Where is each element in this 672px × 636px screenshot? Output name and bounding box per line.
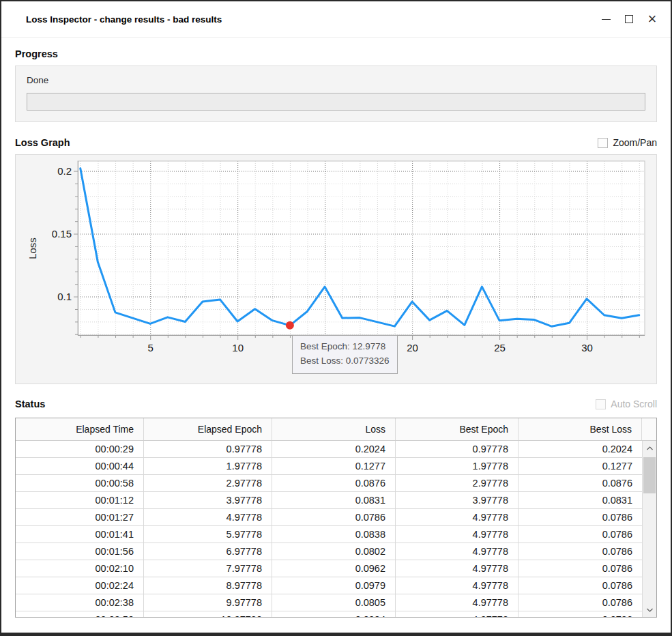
table-cell: 0.0831 (272, 492, 396, 508)
minimize-button[interactable] (594, 8, 617, 31)
scrollbar-thumb[interactable] (643, 457, 656, 493)
status-table-header: Elapsed Time Elapsed Epoch Loss Best Epo… (16, 418, 656, 441)
table-row[interactable]: 00:02:248.977780.09794.977780.0786 (16, 577, 642, 594)
table-cell: 0.2024 (518, 441, 642, 457)
progress-groupbox: Done (15, 66, 657, 122)
table-cell: 3.97778 (396, 492, 518, 508)
table-cell: 10.97780 (144, 611, 272, 617)
column-header-elapsed-epoch: Elapsed Epoch (144, 418, 272, 440)
column-header-loss: Loss (272, 418, 396, 440)
table-cell: 9.97778 (144, 594, 272, 611)
table-row[interactable]: 00:00:290.977780.20240.977780.2024 (16, 441, 642, 458)
table-row[interactable]: 00:02:5210.977800.09044.977780.0786 (16, 611, 642, 617)
title-bar: Loss Inspector - change results - bad re… (1, 1, 671, 38)
svg-text:10: 10 (232, 342, 244, 353)
table-cell: 1.97778 (396, 458, 518, 474)
table-cell: 6.97778 (144, 543, 272, 560)
table-cell: 2.97778 (396, 475, 518, 491)
table-cell: 5.97778 (144, 526, 272, 543)
table-cell: 00:02:38 (16, 594, 144, 611)
column-header-spacer (642, 418, 656, 440)
table-cell: 00:01:27 (16, 509, 144, 525)
table-cell: 0.0786 (518, 509, 642, 525)
status-table-body: 00:00:290.977780.20240.977780.202400:00:… (16, 441, 642, 617)
column-header-best-epoch: Best Epoch (396, 418, 518, 440)
table-cell: 00:00:44 (16, 458, 144, 474)
table-cell: 00:00:58 (16, 475, 144, 491)
table-cell: 00:01:41 (16, 526, 144, 543)
table-row[interactable]: 00:01:123.977780.08313.977780.0831 (16, 492, 642, 509)
chevron-up-icon (647, 446, 653, 450)
chevron-down-icon (647, 608, 653, 612)
table-cell: 4.97778 (396, 577, 518, 594)
table-cell: 00:02:24 (16, 577, 144, 594)
table-cell: 0.1277 (518, 458, 642, 474)
close-button[interactable]: × (641, 8, 664, 31)
auto-scroll-label: Auto Scroll (611, 399, 657, 409)
svg-text:Loss: Loss (27, 237, 38, 259)
table-cell: 2.97778 (144, 475, 272, 491)
table-scrollbar[interactable] (642, 441, 656, 617)
table-cell: 1.97778 (144, 458, 272, 474)
status-table: Elapsed Time Elapsed Epoch Loss Best Epo… (15, 418, 657, 618)
table-cell: 00:01:56 (16, 543, 144, 560)
table-cell: 00:02:52 (16, 611, 144, 617)
auto-scroll-checkbox[interactable] (596, 399, 606, 409)
table-row[interactable]: 00:02:389.977780.08054.977780.0786 (16, 594, 642, 611)
maximize-icon (625, 15, 633, 23)
table-cell: 0.1277 (272, 458, 396, 474)
table-cell: 0.0904 (272, 611, 396, 617)
table-cell: 8.97778 (144, 577, 272, 594)
table-cell: 0.0786 (518, 611, 642, 617)
table-row[interactable]: 00:01:566.977780.08024.977780.0786 (16, 543, 642, 560)
loss-chart-groupbox: 510152025300.10.150.2LossEpoch Best Epoc… (15, 154, 657, 384)
table-cell: 4.97778 (396, 526, 518, 543)
table-cell: 4.97778 (396, 509, 518, 525)
progress-heading: Progress (15, 48, 58, 59)
svg-text:5: 5 (148, 342, 154, 353)
table-cell: 00:01:12 (16, 492, 144, 508)
table-cell: 3.97778 (144, 492, 272, 508)
window-controls: × (594, 8, 664, 31)
table-cell: 0.0786 (518, 577, 642, 594)
window-title: Loss Inspector - change results - bad re… (26, 14, 222, 25)
table-cell: 4.97778 (396, 560, 518, 577)
best-point-tooltip: Best Epoch: 12.9778 Best Loss: 0.0773326 (292, 335, 398, 374)
table-cell: 0.0786 (272, 509, 396, 525)
table-row[interactable]: 00:00:582.977780.08762.977780.0876 (16, 475, 642, 492)
table-row[interactable]: 00:01:274.977780.07864.977780.0786 (16, 509, 642, 526)
table-cell: 0.0805 (272, 594, 396, 611)
svg-text:0.1: 0.1 (57, 291, 72, 302)
status-heading: Status (15, 399, 45, 409)
scroll-down-button[interactable] (643, 603, 656, 617)
zoom-pan-control: Zoom/Pan (598, 137, 657, 148)
table-row[interactable]: 00:01:415.977780.08384.977780.0786 (16, 526, 642, 543)
table-row[interactable]: 00:02:107.977780.09624.977780.0786 (16, 560, 642, 577)
table-cell: 4.97778 (396, 594, 518, 611)
svg-text:20: 20 (407, 342, 418, 353)
close-icon: × (648, 12, 657, 27)
table-cell: 0.0979 (272, 577, 396, 594)
table-cell: 0.0802 (272, 543, 396, 560)
column-header-best-loss: Best Loss (518, 418, 642, 440)
auto-scroll-control: Auto Scroll (596, 399, 657, 409)
table-cell: 0.2024 (272, 441, 396, 457)
table-cell: 0.0831 (518, 492, 642, 508)
table-cell: 0.0786 (518, 594, 642, 611)
scroll-up-button[interactable] (643, 441, 656, 455)
table-row[interactable]: 00:00:441.977780.12771.977780.1277 (16, 458, 642, 475)
app-window: Loss Inspector - change results - bad re… (0, 0, 672, 636)
table-cell: 0.0876 (272, 475, 396, 491)
table-cell: 0.0838 (272, 526, 396, 543)
column-header-elapsed-time: Elapsed Time (16, 418, 144, 440)
svg-text:0.2: 0.2 (57, 165, 72, 177)
table-cell: 0.0876 (518, 475, 642, 491)
table-cell: 0.97778 (144, 441, 272, 457)
maximize-button[interactable] (617, 8, 641, 31)
table-cell: 0.0786 (518, 543, 642, 560)
progress-status-label: Done (27, 75, 645, 85)
table-cell: 0.0786 (518, 560, 642, 577)
table-cell: 7.97778 (144, 560, 272, 577)
zoom-pan-checkbox[interactable] (598, 138, 608, 148)
svg-text:0.15: 0.15 (52, 228, 72, 240)
